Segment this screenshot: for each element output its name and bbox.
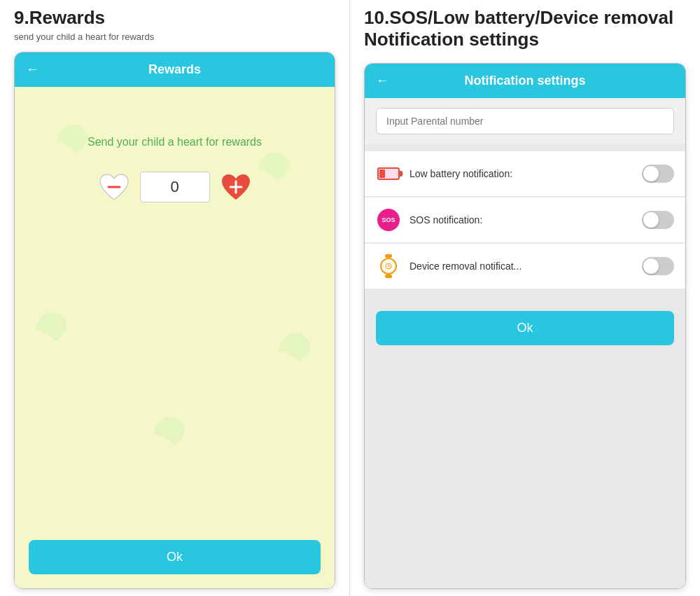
left-header-title: Rewards	[148, 62, 201, 77]
right-ok-button[interactable]: Ok	[376, 311, 674, 345]
notification-list: Low battery notification: SOS SOS notifi…	[365, 144, 685, 297]
low-battery-row: Low battery notification:	[365, 151, 685, 196]
sos-icon: SOS	[376, 207, 401, 233]
sos-label: SOS notification:	[410, 214, 634, 226]
rewards-message: Send your child a heart for rewards	[88, 136, 262, 148]
right-back-arrow[interactable]: ←	[376, 74, 388, 88]
right-phone-mockup: ← Notification settings Low battery noti…	[364, 63, 686, 589]
low-battery-toggle[interactable]	[642, 165, 674, 183]
left-section-number: 9.	[14, 7, 29, 28]
decrease-heart-button[interactable]	[97, 169, 132, 205]
sos-row: SOS SOS notification:	[365, 197, 685, 242]
heart-count: 0	[140, 172, 210, 202]
right-header-title: Notification settings	[464, 74, 585, 88]
device-removal-label: Device removal notificat...	[410, 261, 634, 272]
device-removal-toggle[interactable]	[642, 257, 674, 275]
hearts-row: 0	[97, 169, 253, 205]
increase-heart-button[interactable]	[218, 169, 253, 205]
right-panel: 10.SOS/Low battery/Device removal Notifi…	[350, 0, 700, 596]
right-phone-header: ← Notification settings	[365, 64, 685, 98]
left-phone-mockup: ← Rewards Send your child a heart for re…	[14, 52, 335, 589]
left-section-title: 9.Rewards	[14, 7, 335, 29]
parental-input-area	[365, 98, 685, 144]
device-removal-row: Device removal notificat...	[365, 244, 685, 289]
left-phone-header: ← Rewards	[15, 53, 335, 87]
left-panel: 9.Rewards send your child a heart for re…	[0, 0, 350, 596]
right-section-title: 10.SOS/Low battery/Device removal Notifi…	[364, 7, 686, 50]
parental-number-input[interactable]	[376, 108, 674, 134]
right-section-number: 10.	[364, 7, 389, 28]
watch-icon	[376, 254, 401, 279]
left-back-arrow[interactable]: ←	[26, 62, 38, 77]
left-section-name: Rewards	[29, 7, 105, 28]
left-phone-body: Send your child a heart for rewards 0	[15, 87, 335, 588]
low-battery-label: Low battery notification:	[410, 168, 634, 179]
right-phone-body: Low battery notification: SOS SOS notifi…	[365, 98, 685, 588]
sos-toggle[interactable]	[642, 211, 674, 229]
battery-icon	[376, 161, 401, 186]
right-section-name: SOS/Low battery/Device removal Notificat…	[364, 7, 673, 50]
left-ok-button[interactable]: Ok	[29, 540, 321, 574]
left-section-subtitle: send your child a heart for rewards	[14, 32, 335, 42]
